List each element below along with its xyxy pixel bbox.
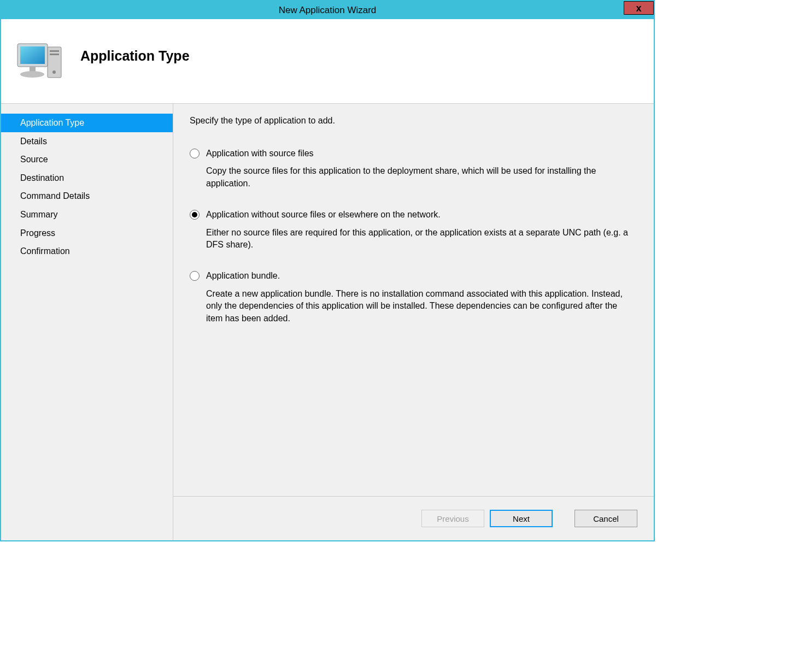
titlebar: New Application Wizard x: [1, 1, 654, 19]
option-no-source-files: Application without source files or else…: [190, 209, 637, 251]
window-title: New Application Wizard: [279, 5, 377, 16]
radio-no-source-files[interactable]: [190, 210, 200, 220]
option-description: Either no source files are required for …: [206, 227, 635, 251]
footer: Previous Next Cancel: [173, 497, 654, 540]
close-button[interactable]: x: [624, 1, 654, 15]
option-bundle: Application bundle. Create a new applica…: [190, 270, 637, 325]
option-label[interactable]: Application without source files or else…: [206, 209, 441, 221]
option-description: Copy the source files for this applicati…: [206, 165, 635, 190]
page-title: Application Type: [80, 48, 190, 64]
svg-rect-6: [20, 46, 45, 64]
computer-icon: [12, 33, 69, 90]
sidebar-item-progress[interactable]: Progress: [1, 224, 173, 243]
svg-rect-1: [50, 50, 59, 52]
sidebar-item-destination[interactable]: Destination: [1, 169, 173, 187]
close-icon: x: [636, 3, 641, 13]
option-row: Application bundle.: [190, 270, 637, 282]
sidebar-item-details[interactable]: Details: [1, 132, 173, 151]
wizard-sidebar: Application Type Details Source Destinat…: [1, 104, 173, 540]
option-label[interactable]: Application bundle.: [206, 270, 280, 282]
sidebar-item-command-details[interactable]: Command Details: [1, 187, 173, 205]
cancel-button[interactable]: Cancel: [574, 510, 637, 527]
body: Application Type Details Source Destinat…: [1, 104, 654, 540]
option-description: Create a new application bundle. There i…: [206, 288, 635, 325]
radio-source-files[interactable]: [190, 149, 200, 158]
radio-bundle[interactable]: [190, 271, 200, 281]
svg-rect-2: [50, 54, 59, 55]
content-area: Specify the type of application to add. …: [173, 104, 654, 497]
sidebar-item-source[interactable]: Source: [1, 150, 173, 169]
header: Application Type: [1, 19, 654, 104]
next-button[interactable]: Next: [490, 510, 553, 527]
svg-point-3: [52, 70, 56, 74]
main-panel: Specify the type of application to add. …: [173, 104, 654, 540]
sidebar-item-application-type[interactable]: Application Type: [1, 114, 173, 132]
option-label[interactable]: Application with source files: [206, 148, 314, 160]
sidebar-item-confirmation[interactable]: Confirmation: [1, 242, 173, 261]
instruction-text: Specify the type of application to add.: [190, 116, 637, 126]
option-row: Application without source files or else…: [190, 209, 637, 221]
wizard-window: New Application Wizard x: [0, 0, 655, 541]
option-row: Application with source files: [190, 148, 637, 160]
svg-point-8: [20, 71, 44, 78]
sidebar-item-summary[interactable]: Summary: [1, 205, 173, 224]
previous-button: Previous: [421, 510, 484, 527]
option-source-files: Application with source files Copy the s…: [190, 148, 637, 190]
